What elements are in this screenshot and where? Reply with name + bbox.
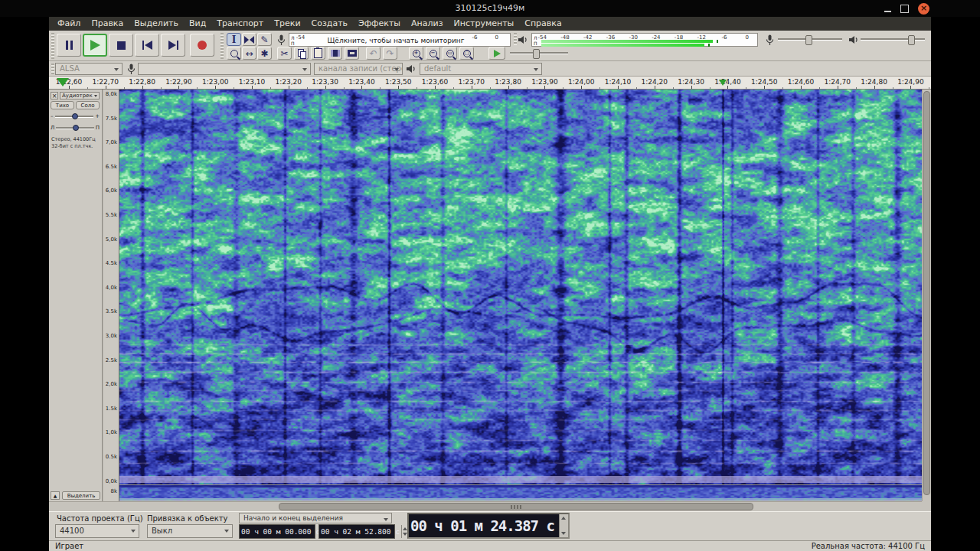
track-format-line1: Стерео, 44100Гц bbox=[51, 136, 96, 142]
timeline-minor-tick bbox=[87, 87, 88, 89]
playback-level-left bbox=[541, 40, 713, 43]
trim-audio-button[interactable] bbox=[328, 47, 342, 60]
menu-item-edit[interactable]: Правка bbox=[86, 17, 129, 31]
pause-button[interactable] bbox=[57, 34, 81, 57]
snap-to-dropdown[interactable]: Выкл bbox=[147, 524, 233, 538]
track-close-button[interactable]: × bbox=[51, 92, 58, 99]
playback-position-spinner[interactable] bbox=[559, 514, 568, 537]
skip-to-start-button[interactable] bbox=[135, 34, 159, 57]
play-at-speed-button[interactable] bbox=[488, 47, 505, 60]
timeline-label: 1:23,30 bbox=[312, 78, 338, 86]
track-select-button[interactable]: Выделить bbox=[62, 491, 100, 500]
output-volume-slider[interactable] bbox=[861, 34, 925, 44]
mute-button[interactable]: Тихо bbox=[51, 101, 74, 109]
zoom-out-button[interactable]: − bbox=[426, 47, 440, 60]
menu-item-view[interactable]: Вид bbox=[184, 17, 211, 31]
timeline-minor-tick bbox=[124, 87, 125, 89]
record-button[interactable] bbox=[190, 34, 214, 57]
menu-item-tools[interactable]: Инструменты bbox=[449, 17, 520, 31]
frequency-label: 5,0k bbox=[106, 236, 117, 243]
close-button[interactable]: × bbox=[918, 3, 929, 15]
timeline-tick bbox=[691, 86, 692, 89]
selection-end-field[interactable]: 00 ч 02 м 52.800 с bbox=[318, 524, 395, 539]
minimize-button[interactable] bbox=[884, 11, 891, 12]
gain-slider[interactable] bbox=[55, 112, 94, 120]
vertical-scrollbar[interactable] bbox=[922, 90, 931, 501]
envelope-tool-button[interactable] bbox=[242, 33, 256, 46]
menu-item-help[interactable]: Справка bbox=[519, 17, 567, 31]
toolbar-grip[interactable] bbox=[220, 33, 224, 59]
playback-device-dropdown[interactable]: default bbox=[420, 63, 542, 75]
input-volume-slider[interactable] bbox=[778, 34, 842, 44]
timeline-label: 1:24,90 bbox=[897, 78, 924, 86]
selection-start-field[interactable]: 00 ч 00 м 00.000 с bbox=[239, 524, 315, 539]
redo-button[interactable]: ↷ bbox=[383, 47, 397, 60]
recording-device-dropdown[interactable] bbox=[138, 63, 311, 75]
star-icon: ✱ bbox=[260, 49, 268, 58]
paste-button[interactable] bbox=[311, 47, 325, 60]
menu-item-tracks[interactable]: Треки bbox=[269, 17, 305, 31]
menu-item-generate[interactable]: Создать bbox=[306, 17, 354, 31]
timeline-tick bbox=[289, 86, 289, 89]
menu-bar: ФайлПравкаВыделитьВидТранспортТрекиСозда… bbox=[49, 17, 931, 31]
play-speed-slider[interactable] bbox=[510, 47, 568, 58]
selection-end-spinner[interactable] bbox=[401, 525, 402, 538]
project-rate-dropdown[interactable]: 44100 bbox=[55, 524, 139, 538]
pan-slider[interactable] bbox=[56, 124, 93, 132]
collapse-track-button[interactable]: ▲ bbox=[51, 491, 60, 500]
meter-scale-label: -54 bbox=[296, 34, 305, 41]
undo-button[interactable]: ↶ bbox=[366, 47, 381, 60]
spectrogram-second-channel[interactable] bbox=[119, 485, 922, 500]
recording-channels-dropdown[interactable]: канала записи (стерео) bbox=[314, 63, 403, 75]
multi-tool-button[interactable]: ✱ bbox=[257, 47, 272, 60]
cut-button[interactable]: ✂ bbox=[277, 47, 292, 60]
toolbar-grip[interactable] bbox=[51, 64, 54, 74]
audio-host-dropdown[interactable]: ALSA bbox=[55, 63, 122, 75]
zoom-in-button[interactable]: + bbox=[409, 47, 423, 60]
redo-icon: ↷ bbox=[386, 49, 394, 58]
play-button[interactable] bbox=[83, 34, 107, 57]
recording-meter[interactable]: Л П -54-60 Щёлкните, чтобы начать монито… bbox=[289, 33, 511, 47]
playback-position-display[interactable]: 00 ч 01 м 24.387 с bbox=[407, 513, 570, 539]
stop-button[interactable] bbox=[109, 34, 133, 57]
timeline-ruler[interactable]: 1:22,601:22,701:22,801:22,901:23,001:23,… bbox=[49, 77, 931, 90]
timeline-tick bbox=[215, 86, 216, 89]
zoom-fit-button[interactable]: □ bbox=[459, 47, 474, 60]
playback-meter[interactable]: Л П -54-48-42-36-30-24-18-12-60 bbox=[531, 33, 758, 47]
zoom-selection-button[interactable]: ▭ bbox=[443, 47, 457, 60]
timeline-tick bbox=[398, 86, 399, 89]
toolbar-grip[interactable] bbox=[51, 33, 54, 59]
selection-start-marker[interactable] bbox=[57, 78, 69, 86]
solo-button[interactable]: Соло bbox=[76, 101, 100, 109]
spectrogram-view[interactable] bbox=[119, 90, 922, 484]
silence-audio-button[interactable] bbox=[345, 47, 359, 60]
timeline-minor-tick bbox=[929, 87, 929, 89]
horizontal-scrollbar[interactable] bbox=[49, 501, 922, 511]
frequency-label: 7.5k bbox=[106, 116, 117, 122]
selection-tool-button[interactable]: I bbox=[227, 33, 241, 46]
menu-item-analyze[interactable]: Анализ bbox=[406, 17, 449, 31]
vertical-scrollbar-thumb[interactable] bbox=[923, 91, 930, 495]
menu-item-select[interactable]: Выделить bbox=[129, 17, 184, 31]
maximize-button[interactable] bbox=[900, 5, 909, 13]
copy-button[interactable] bbox=[294, 47, 309, 60]
playback-level-right bbox=[541, 44, 704, 47]
horizontal-scrollbar-thumb[interactable] bbox=[279, 503, 753, 510]
timeline-tick bbox=[472, 86, 472, 89]
playhead-marker[interactable] bbox=[719, 80, 727, 86]
draw-tool-button[interactable]: ✎ bbox=[257, 33, 272, 46]
toolbar-grip[interactable] bbox=[514, 33, 517, 45]
timeline-minor-tick bbox=[307, 87, 308, 89]
frequency-ruler[interactable]: 8,0k7.5k7,0k6.5k6,0k5.5k5,0k4.5k4,0k3.5k… bbox=[103, 90, 119, 501]
menu-item-file[interactable]: Файл bbox=[52, 17, 86, 31]
timeshift-tool-button[interactable]: ↔ bbox=[242, 47, 256, 60]
skip-to-end-button[interactable] bbox=[161, 34, 185, 57]
selection-mode-dropdown[interactable]: Начало и конец выделения bbox=[239, 513, 392, 523]
timeline-label: 1:24,20 bbox=[642, 78, 668, 86]
menu-item-effects[interactable]: Эффекты bbox=[353, 17, 406, 31]
monitoring-message[interactable]: Щёлкните, чтобы начать мониторинг bbox=[312, 37, 479, 44]
menu-item-transport[interactable]: Транспорт bbox=[211, 17, 269, 31]
frequency-label: 5.5k bbox=[106, 212, 117, 218]
track-name-dropdown[interactable]: Аудиотрек bbox=[60, 92, 100, 99]
zoom-tool-button[interactable] bbox=[227, 47, 241, 60]
